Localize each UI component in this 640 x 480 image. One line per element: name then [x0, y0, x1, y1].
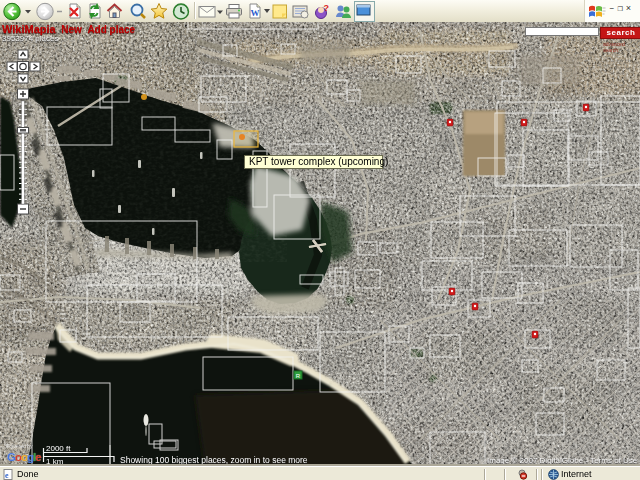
svg-text:R: R	[296, 373, 301, 379]
svg-text:1 km: 1 km	[46, 457, 64, 466]
svg-text:e: e	[5, 471, 9, 480]
svg-text:?: ?	[324, 3, 330, 13]
svg-text:2000 ft: 2000 ft	[46, 444, 71, 453]
svg-text:W: W	[251, 8, 260, 18]
